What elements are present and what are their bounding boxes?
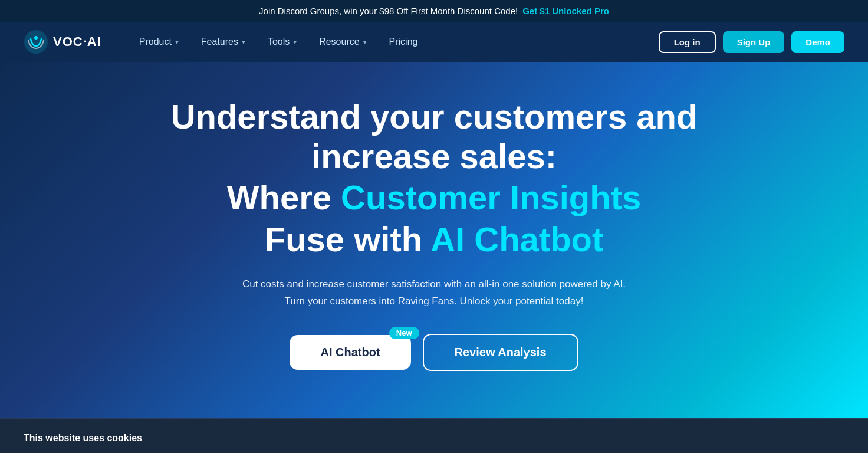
chevron-down-icon: ▼	[241, 39, 246, 45]
nav-links: Product ▼ Features ▼ Tools ▼ Resource ▼ …	[130, 32, 659, 52]
hero-title-line1: Understand your customers and increase s…	[110, 97, 758, 176]
logo-text: VOC·AI	[53, 34, 101, 50]
nav-item-pricing[interactable]: Pricing	[380, 32, 428, 52]
logo[interactable]: VOC·AI	[24, 29, 101, 54]
navbar: VOC·AI Product ▼ Features ▼ Tools ▼ Reso…	[0, 22, 868, 62]
chevron-down-icon: ▼	[362, 39, 368, 45]
cookie-banner: This website uses cookies VOC AI uses co…	[0, 418, 868, 453]
banner-text: Join Discord Groups, win your $98 Off Fi…	[259, 6, 518, 16]
login-button[interactable]: Log in	[659, 31, 716, 53]
top-banner: Join Discord Groups, win your $98 Off Fi…	[0, 0, 868, 22]
nav-actions: Log in Sign Up Demo	[659, 31, 844, 53]
hero-title-line2: Where Customer Insights	[227, 178, 642, 218]
hero-subtitle: Cut costs and increase customer satisfac…	[242, 276, 626, 310]
hero-title-line3: Fuse with AI Chatbot	[265, 220, 604, 260]
nav-item-features[interactable]: Features ▼	[192, 32, 256, 52]
logo-icon	[24, 29, 48, 54]
signup-button[interactable]: Sign Up	[723, 31, 785, 53]
new-badge: New	[389, 327, 419, 339]
svg-point-0	[24, 30, 48, 54]
chevron-down-icon: ▼	[292, 39, 298, 45]
chevron-down-icon: ▼	[174, 39, 180, 45]
banner-link[interactable]: Get $1 Unlocked Pro	[522, 6, 609, 16]
nav-item-tools[interactable]: Tools ▼	[258, 32, 307, 52]
nav-item-resource[interactable]: Resource ▼	[310, 32, 377, 52]
svg-point-1	[34, 36, 38, 40]
hero-section: Understand your customers and increase s…	[0, 62, 868, 418]
hero-buttons: New AI Chatbot Review Analysis	[290, 334, 578, 371]
cookie-title: This website uses cookies	[24, 433, 844, 444]
review-analysis-button[interactable]: Review Analysis	[423, 334, 578, 371]
chatbot-button-wrapper: New AI Chatbot	[290, 335, 410, 370]
chatbot-button[interactable]: AI Chatbot	[290, 335, 410, 370]
nav-item-product[interactable]: Product ▼	[130, 32, 189, 52]
demo-button[interactable]: Demo	[791, 31, 844, 53]
